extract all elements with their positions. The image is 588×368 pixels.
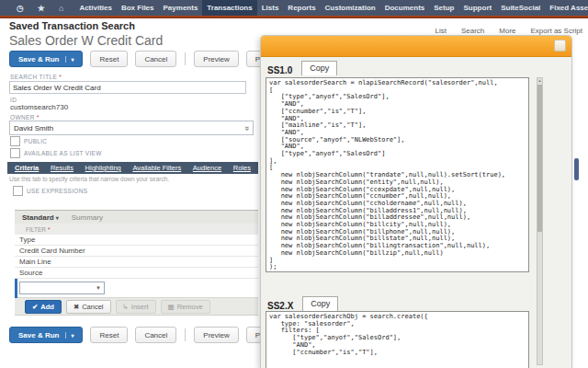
panel-scrollbar-thumb[interactable] — [537, 85, 542, 232]
chevron-down-icon[interactable]: ▾ — [65, 56, 74, 63]
accent-strip — [0, 16, 588, 18]
filter-row-main-line[interactable]: Main Line — [15, 257, 258, 268]
nav-item-activities[interactable]: Activities — [74, 0, 117, 16]
nav-item-payments[interactable]: Payments — [159, 0, 203, 16]
search-link[interactable]: Search — [461, 27, 484, 35]
combo-caret-icon: ▼ — [96, 285, 101, 291]
nav-item-setup[interactable]: Setup — [429, 0, 458, 16]
standard-caret-icon: ▾ — [56, 215, 59, 221]
cancel-button-bottom[interactable]: Cancel — [135, 327, 176, 343]
filter-select-combo[interactable]: ▼ — [19, 282, 105, 294]
public-checkbox[interactable] — [10, 136, 20, 146]
preview-button[interactable]: Preview — [194, 51, 238, 67]
more-link[interactable]: More — [499, 27, 515, 35]
use-expressions-checkbox[interactable] — [13, 186, 23, 196]
select-double-caret-icon: » — [243, 126, 252, 130]
tab-available-filters[interactable]: Available Filters — [132, 164, 181, 172]
criteria-subtab-bar: Standard▾ Summary — [15, 210, 258, 224]
tab-results[interactable]: Results — [51, 164, 74, 172]
header-links: List Search More Export as Script — [435, 27, 582, 35]
panel-header[interactable] — [261, 36, 571, 57]
nav-item-box-files[interactable]: Box Files — [117, 0, 159, 16]
nav-item-suitesocial[interactable]: SuiteSocial — [496, 0, 545, 16]
search-title-label: SEARCH TITLE* — [10, 74, 62, 80]
top-nav: ◷ ★ ⌂ Activities Box Files Payments Tran… — [0, 0, 588, 16]
subtab-summary[interactable]: Summary — [72, 213, 103, 222]
id-label: ID — [10, 97, 17, 103]
nav-item-lists[interactable]: Lists — [257, 0, 284, 16]
add-button[interactable]: ✔ Add — [25, 300, 62, 314]
remove-icon: ▦ — [168, 303, 175, 311]
save-and-run-button[interactable]: Save & Run ▾ — [9, 51, 83, 67]
criteria-help-text: Use this tab to specify criteria that na… — [9, 176, 169, 182]
toolbar-divider — [185, 52, 186, 65]
search-title-label-text: SEARCH TITLE — [10, 74, 57, 80]
home-icon[interactable]: ⌂ — [59, 4, 63, 13]
criteria-tabbar: Criteria Results Highlighting Available … — [7, 162, 258, 174]
cancel-button[interactable]: Cancel — [135, 51, 176, 67]
row-cancel-button[interactable]: ✖ Cancel — [66, 300, 111, 314]
remove-button[interactable]: ▦ Remove — [161, 300, 210, 314]
nav-item-documents[interactable]: Documents — [380, 0, 430, 16]
required-marker: * — [59, 74, 62, 80]
public-checkbox-row: PUBLIC — [10, 136, 47, 146]
filter-edit-row: ▼ — [15, 279, 258, 298]
reset-button-bottom[interactable]: Reset — [90, 327, 128, 343]
tab-audience[interactable]: Audience — [193, 164, 221, 172]
subtab-standard[interactable]: Standard▾ — [22, 213, 59, 222]
use-expressions-row: USE EXPRESSIONS — [13, 186, 87, 196]
page-title: Saved Transaction Search — [9, 20, 135, 31]
row-button-strip: ✔ Add ✖ Cancel ↳ Insert ▦ Remove — [15, 298, 258, 316]
reset-button[interactable]: Reset — [90, 51, 128, 67]
id-value: customsearch730 — [10, 103, 68, 111]
filter-header-text: FILTER — [26, 226, 46, 233]
x-icon: ✖ — [74, 303, 79, 311]
nav-item-fixed-assets[interactable]: Fixed Assets — [545, 0, 588, 16]
panel-scrollbar[interactable]: ▲ — [537, 77, 543, 365]
available-as-list-view-row: AVAILABLE AS LIST VIEW — [10, 148, 102, 158]
filter-row-source[interactable]: Source — [15, 268, 258, 279]
export-as-script-link[interactable]: Export as Script — [531, 27, 582, 35]
filter-column-header: FILTER* — [15, 224, 258, 235]
nav-item-customization[interactable]: Customization — [321, 0, 380, 16]
export-script-panel: SS1.0 Copy var salesorderSearch = nlapiS… — [260, 35, 572, 368]
ss1-code-block[interactable]: var salesorderSearch = nlapiSearchRecord… — [266, 77, 529, 272]
save-and-run-label: Save & Run — [18, 55, 59, 63]
nav-item-transactions[interactable]: Transactions — [202, 0, 256, 16]
ss1-copy-button[interactable]: Copy — [301, 61, 337, 75]
nav-item-support[interactable]: Support — [459, 0, 497, 16]
available-as-list-view-checkbox[interactable] — [10, 148, 20, 158]
tab-highlighting[interactable]: Highlighting — [85, 164, 121, 172]
insert-icon: ↳ — [123, 303, 129, 311]
ss2-code-block[interactable]: var salesorderSearchObj = search.create(… — [266, 311, 529, 368]
owner-label-text: OWNER — [10, 114, 35, 121]
toolbar-divider — [185, 328, 186, 341]
insert-button[interactable]: ↳ Insert — [116, 300, 156, 314]
record-title: Sales Order W Credit Card — [9, 33, 163, 48]
ss1-section-header: SS1.0 Copy — [267, 61, 337, 75]
chevron-down-icon[interactable]: ▾ — [65, 332, 74, 339]
scroll-up-arrow-icon[interactable]: ▲ — [537, 78, 542, 83]
ss2-copy-button[interactable]: Copy — [302, 296, 338, 311]
page-scrollbar-thumb[interactable] — [574, 158, 579, 180]
check-icon: ✔ — [32, 303, 38, 311]
recent-records-icon[interactable]: ◷ — [17, 4, 24, 13]
nav-item-reports[interactable]: Reports — [283, 0, 320, 16]
list-link[interactable]: List — [435, 27, 446, 35]
shortcuts-star-icon[interactable]: ★ — [38, 4, 45, 13]
save-and-run-button-bottom[interactable]: Save & Run ▾ — [9, 327, 83, 343]
owner-selected-value: David Smith — [14, 124, 53, 132]
owner-select[interactable]: David Smith » — [9, 121, 254, 135]
public-label: PUBLIC — [24, 138, 47, 144]
tab-roles[interactable]: Roles — [233, 164, 251, 172]
tab-criteria[interactable]: Criteria — [15, 164, 39, 172]
close-icon[interactable] — [554, 40, 566, 52]
row-cancel-label: Cancel — [82, 303, 103, 311]
search-title-input[interactable] — [9, 81, 246, 94]
filter-row-type[interactable]: Type — [15, 235, 258, 246]
preview-button-bottom[interactable]: Preview — [194, 327, 238, 343]
filter-row-credit-card-number[interactable]: Credit Card Number — [15, 246, 258, 257]
add-label: Add — [40, 303, 54, 311]
subtab-standard-label: Standard — [22, 213, 54, 222]
save-and-run-label: Save & Run — [18, 331, 59, 339]
